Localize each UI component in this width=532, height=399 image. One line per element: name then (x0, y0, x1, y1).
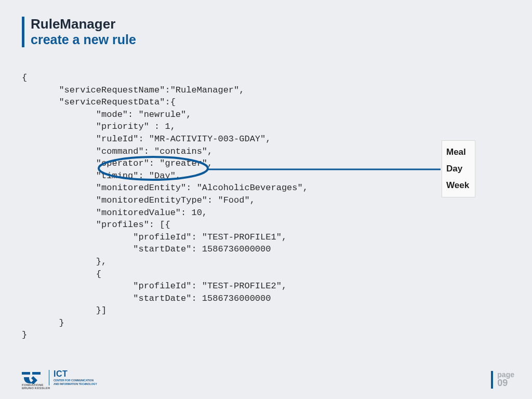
timing-options-callout: Meal Day Week (442, 140, 475, 197)
page-label: page (497, 371, 514, 378)
svg-rect-0 (22, 372, 30, 375)
slide-header: RuleManager create a new rule (22, 17, 136, 47)
logo-text: ICT CENTER FOR COMMUNICATION AND INFORMA… (49, 370, 97, 385)
page-number-box: page 09 (491, 371, 514, 389)
callout-option-meal: Meal (446, 144, 471, 161)
callout-option-week: Week (446, 177, 471, 194)
logo-tagline-1: CENTER FOR COMMUNICATION (54, 379, 97, 382)
slide-subtitle: create a new rule (31, 32, 136, 47)
code-block: { "serviceRequestName":"RuleManager", "s… (22, 72, 308, 341)
logo-ict-label: ICT (54, 370, 97, 378)
svg-rect-1 (32, 372, 41, 375)
page-number: 09 (497, 378, 514, 389)
callout-option-day: Day (446, 161, 471, 177)
slide-footer: ICT CENTER FOR COMMUNICATION AND INFORMA… (0, 366, 532, 389)
logo-tagline-2: AND INFORMATION TECHNOLOGY (54, 382, 97, 385)
slide-title: RuleManager (31, 17, 136, 32)
logo-foundation-2: BRUNO KESSLER (22, 387, 50, 390)
logo-foundation: FONDAZIONE BRUNO KESSLER (22, 383, 50, 390)
